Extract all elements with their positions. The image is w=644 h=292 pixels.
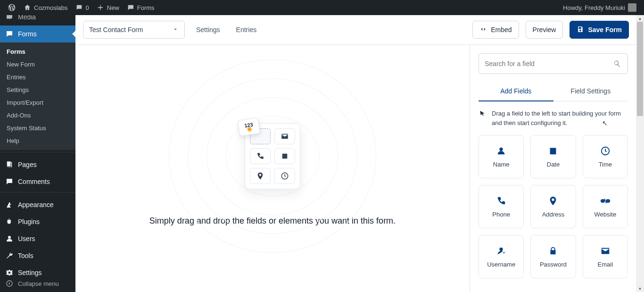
media-icon [5,15,14,22]
submenu-addons[interactable]: Add-Ons [0,109,75,122]
field-website[interactable]: Website [583,185,628,228]
date-tile-icon [274,148,295,164]
avatar-icon [628,3,636,12]
field-date[interactable]: Date [530,135,576,178]
collapse-menu[interactable]: Collapse menu [0,275,75,292]
site-link[interactable]: Cozmoslabs [20,0,72,15]
submenu-settings[interactable]: Settings [0,83,75,96]
preview-button[interactable]: Preview [526,21,563,39]
new-label: New [107,4,119,11]
fields-grid: NameDateTimePhoneAddressWebsiteUsernameP… [479,135,628,278]
submenu-entries[interactable]: Entries [0,71,75,83]
submenu-system-status[interactable]: System Status [0,122,75,134]
settings-link[interactable]: Settings [191,26,225,33]
email-icon [600,246,611,256]
scroll-down-icon[interactable]: ▼ [636,285,644,292]
username-icon [496,246,506,256]
user-icon [496,146,506,156]
field-name[interactable]: Name [479,135,524,178]
collapse-icon [5,279,14,288]
plugins-icon [5,217,14,226]
appearance-icon [5,200,14,209]
save-button[interactable]: Save Form [570,21,629,39]
field-label: Website [594,211,616,218]
fields-panel: Add Fields Field Settings Drag a field t… [470,45,636,292]
forms-label: Forms [137,4,155,11]
field-label: Address [542,211,565,218]
wordpress-icon [8,3,16,12]
field-label: Username [487,261,515,268]
menu-users[interactable]: Users [0,230,75,247]
time-icon [600,146,611,156]
howdy-text: Howdy, Freddy Muriuki [563,4,625,11]
field-email[interactable]: Email [583,235,628,278]
address-tile-icon [250,168,271,184]
cursor-icon [479,110,486,117]
new-link[interactable]: New [93,0,123,15]
admin-bar: Cozmoslabs 0 New Forms Howdy, Freddy Mur… [0,0,644,15]
menu-appearance[interactable]: Appearance [0,196,75,213]
field-search[interactable] [479,53,628,74]
chevron-down-icon [172,26,179,34]
phone-tile-icon [250,148,271,164]
form-selector[interactable]: Test Contact Form [83,21,185,39]
field-address[interactable]: Address [530,185,576,228]
field-label: Phone [492,211,510,218]
menu-media[interactable]: Media [0,15,75,25]
comment-icon [75,4,83,11]
panel-tabs: Add Fields Field Settings [479,82,628,101]
home-icon [24,4,31,11]
drag-chip: 123✊ [238,117,260,136]
search-icon [612,59,622,68]
empty-illustration: 123✊ [221,111,324,201]
menu-forms[interactable]: Forms [0,25,75,42]
wp-logo-menu[interactable] [4,0,20,15]
forms-bubble-icon [127,4,134,11]
field-label: Name [493,161,510,168]
comments-link[interactable]: 0 [72,0,93,15]
admin-sidebar: Media Forms Forms New Form Entries Setti… [0,15,75,292]
menu-comments[interactable]: Comments [0,173,75,190]
form-editor: Test Contact Form Settings Entries Embed… [75,15,636,292]
submenu-help[interactable]: Help [0,134,75,147]
date-icon [548,146,558,156]
form-canvas[interactable]: 123✊ Simply drag and drop the fields or … [75,45,470,292]
entries-link[interactable]: Entries [231,26,262,33]
website-icon [600,196,611,206]
scroll-thumb[interactable] [637,22,643,116]
menu-pages[interactable]: Pages [0,156,75,173]
howdy-link[interactable]: Howdy, Freddy Muriuki [559,0,640,15]
site-name: Cozmoslabs [34,4,68,11]
field-time[interactable]: Time [583,135,628,178]
editor-topbar: Test Contact Form Settings Entries Embed… [75,15,636,45]
page-scrollbar[interactable]: ▲ ▼ [636,15,644,292]
forms-submenu: Forms New Form Entries Settings Import/E… [0,42,75,150]
mouse-cursor-icon: ↖ [602,118,608,128]
field-username[interactable]: Username [479,235,524,278]
tab-add-fields[interactable]: Add Fields [479,82,553,101]
tools-icon [5,251,14,260]
scroll-up-icon[interactable]: ▲ [636,15,644,22]
forms-icon [5,29,14,39]
menu-tools[interactable]: Tools [0,247,75,264]
email-tile-icon [274,128,295,144]
form-name: Test Contact Form [89,26,143,33]
field-password[interactable]: Password [530,235,576,278]
plus-icon [97,4,104,11]
comment-count: 0 [86,4,89,11]
pages-icon [5,160,14,169]
field-label: Date [547,161,560,168]
field-phone[interactable]: Phone [479,185,524,228]
embed-button[interactable]: Embed [472,21,519,39]
field-label: Email [598,261,613,268]
save-icon [577,25,584,34]
forms-link[interactable]: Forms [123,0,158,15]
menu-plugins[interactable]: Plugins [0,213,75,230]
submenu-forms[interactable]: Forms [0,45,75,58]
panel-hint: Drag a field to the left to start buildi… [479,109,628,127]
tab-field-settings[interactable]: Field Settings [553,82,628,101]
submenu-new-form[interactable]: New Form [0,58,75,71]
submenu-import-export[interactable]: Import/Export [0,96,75,109]
search-input[interactable] [485,60,609,67]
password-icon [548,246,558,256]
